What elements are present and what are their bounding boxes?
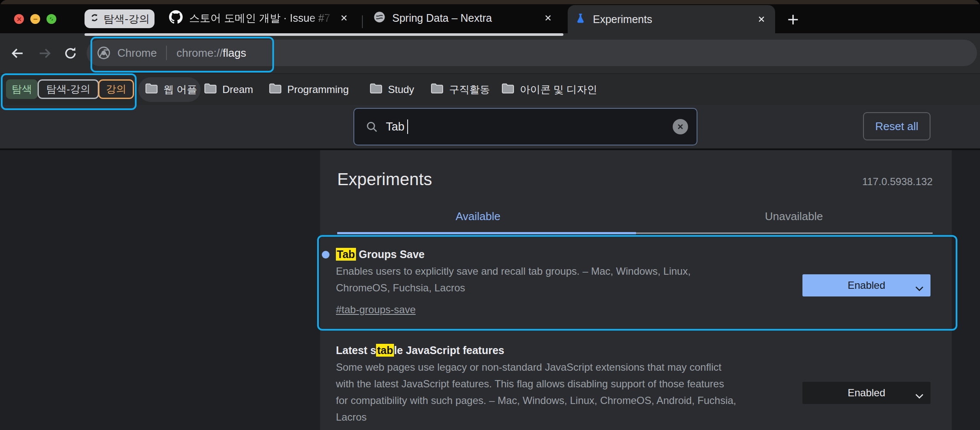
address-separator bbox=[166, 46, 167, 60]
flag-title-suffix: le JavaScript features bbox=[394, 344, 504, 356]
flag-description: Some web pages use legacy or non-standar… bbox=[336, 359, 736, 425]
chevron-down-icon bbox=[915, 282, 924, 294]
address-bar[interactable]: Chrome chrome://flags bbox=[87, 40, 977, 66]
forward-button[interactable] bbox=[37, 45, 53, 61]
flag-description: Enables users to explicitly save and rec… bbox=[336, 263, 691, 296]
traffic-light-fullscreen-icon[interactable] bbox=[47, 14, 56, 24]
reset-all-button[interactable]: Reset all bbox=[863, 112, 930, 140]
saved-group-chip-tamsaek[interactable]: 탐색 bbox=[6, 79, 38, 99]
folder-icon bbox=[269, 83, 282, 96]
reset-all-label: Reset all bbox=[875, 120, 918, 133]
globe-icon bbox=[373, 11, 386, 25]
active-tab-underline bbox=[337, 232, 636, 234]
description-line: ChromeOS, Fuchsia, Lacros bbox=[336, 279, 691, 296]
tab-strip: 탐색-강의 스토어 도메인 개발 · Issue #7 · ro Spring … bbox=[0, 4, 980, 33]
folder-icon bbox=[370, 83, 382, 96]
group-chip-label: 강의 bbox=[106, 82, 126, 96]
description-line: Some web pages use legacy or non-standar… bbox=[336, 359, 736, 375]
flags-page-header: Tab Reset all bbox=[0, 105, 980, 150]
url-scheme: chrome:// bbox=[176, 46, 222, 60]
tab-close-icon[interactable] bbox=[755, 13, 767, 25]
search-icon bbox=[365, 120, 378, 133]
saved-group-chip-gangui[interactable]: 강의 bbox=[98, 79, 134, 99]
folder-label: 웹 어플 bbox=[163, 83, 197, 96]
traffic-light-close-icon[interactable] bbox=[14, 14, 24, 24]
github-icon bbox=[169, 10, 183, 26]
group-chip-label: 탐색-강의 bbox=[46, 82, 90, 96]
flag-title-suffix: Groups Save bbox=[356, 248, 425, 260]
description-line: Lacros bbox=[336, 409, 736, 425]
search-value: Tab bbox=[386, 120, 405, 134]
search-match-highlight: tab bbox=[376, 344, 394, 357]
folder-label: Study bbox=[388, 84, 414, 96]
description-line: with the latest JavaScript features. Thi… bbox=[336, 375, 736, 392]
chevron-down-icon bbox=[915, 390, 924, 402]
flags-content-column: Experiments 117.0.5938.132 Available Una… bbox=[320, 150, 952, 430]
window-top-edge bbox=[0, 0, 980, 4]
folder-icon bbox=[204, 83, 217, 96]
modified-flag-indicator bbox=[322, 251, 330, 259]
navigation-toolbar: Chrome chrome://flags bbox=[0, 33, 980, 73]
folder-label: Dream bbox=[222, 84, 253, 96]
chrome-logo-icon bbox=[97, 46, 111, 60]
folder-label: 구직활동 bbox=[449, 83, 490, 96]
tab-group-chip-label: 탐색-강의 bbox=[103, 12, 149, 26]
new-tab-button[interactable] bbox=[785, 11, 802, 28]
tab-group-underline bbox=[85, 33, 563, 36]
bookmarks-bar: 탐색 탐색-강의 강의 웹 어플 Dream Programming Study bbox=[0, 73, 980, 105]
folder-icon bbox=[145, 83, 158, 96]
chrome-version: 117.0.5938.132 bbox=[862, 176, 933, 188]
sync-icon bbox=[89, 12, 100, 26]
back-button[interactable] bbox=[9, 45, 26, 61]
clear-search-button[interactable] bbox=[673, 119, 688, 134]
tab-title: 스토어 도메인 개발 · Issue #7 · ro bbox=[189, 11, 335, 25]
flag-title-prefix: Latest s bbox=[336, 344, 376, 356]
reload-button[interactable] bbox=[62, 45, 79, 61]
description-line: Enables users to explicitly save and rec… bbox=[336, 263, 691, 279]
tab-unavailable[interactable]: Unavailable bbox=[636, 210, 952, 223]
bookmark-folder-job-search[interactable]: 구직활동 bbox=[431, 79, 490, 100]
url-path: flags bbox=[223, 46, 246, 60]
bookmark-folder-programming[interactable]: Programming bbox=[269, 79, 349, 100]
tab-spring-data[interactable]: Spring Data – Nextra bbox=[366, 6, 562, 30]
tab-separator bbox=[362, 15, 363, 28]
inactive-tab-underline bbox=[636, 232, 933, 234]
folder-icon bbox=[502, 83, 514, 96]
search-match-highlight: Tab bbox=[336, 248, 356, 261]
folder-label: 아이콘 및 디자인 bbox=[520, 83, 597, 96]
tab-title: Experiments bbox=[593, 13, 752, 26]
flag-title-latest-stable-js: Latest stable JavaScript features bbox=[336, 344, 504, 357]
address-site-label: Chrome bbox=[117, 46, 157, 60]
tab-group-chip[interactable]: 탐색-강의 bbox=[85, 9, 155, 28]
flag-dropdown-latest-stable-js[interactable]: Enabled bbox=[802, 382, 930, 404]
folder-label: Programming bbox=[287, 84, 349, 96]
traffic-light-minimize-icon[interactable] bbox=[30, 14, 40, 24]
flags-search-input[interactable]: Tab bbox=[353, 108, 697, 145]
tab-close-icon[interactable] bbox=[542, 12, 554, 24]
description-line: for compatibility with such pages. – Mac… bbox=[336, 392, 736, 409]
page-title: Experiments bbox=[337, 170, 432, 189]
bookmark-folder-web-apps[interactable]: 웹 어플 bbox=[145, 79, 197, 100]
text-caret bbox=[407, 119, 408, 134]
flag-title-tab-groups-save: Tab Groups Save bbox=[336, 248, 425, 261]
tab-close-icon[interactable] bbox=[338, 12, 350, 24]
flask-icon bbox=[575, 12, 586, 26]
group-chip-label: 탐색 bbox=[12, 82, 32, 96]
flags-page-body: Experiments 117.0.5938.132 Available Una… bbox=[0, 150, 980, 430]
saved-group-chip-tamsaek-gangui[interactable]: 탐색-강의 bbox=[38, 79, 99, 99]
tab-title: Spring Data – Nextra bbox=[392, 12, 539, 24]
dropdown-value: Enabled bbox=[848, 387, 885, 399]
bookmarks-separator bbox=[136, 81, 137, 98]
flag-permalink[interactable]: #tab-groups-save bbox=[336, 304, 416, 316]
bookmark-folder-icons-design[interactable]: 아이콘 및 디자인 bbox=[502, 79, 597, 100]
bookmark-folder-dream[interactable]: Dream bbox=[204, 79, 253, 100]
tab-experiments-active[interactable]: Experiments bbox=[568, 5, 775, 33]
browser-window: 탐색-강의 스토어 도메인 개발 · Issue #7 · ro Spring … bbox=[0, 0, 980, 430]
tab-github-issue[interactable]: 스토어 도메인 개발 · Issue #7 · ro bbox=[162, 6, 358, 30]
folder-icon bbox=[431, 83, 443, 96]
bookmark-folder-study[interactable]: Study bbox=[370, 79, 414, 100]
dropdown-value: Enabled bbox=[848, 279, 885, 291]
tab-available[interactable]: Available bbox=[320, 210, 636, 223]
flag-dropdown-tab-groups-save[interactable]: Enabled bbox=[802, 274, 930, 296]
